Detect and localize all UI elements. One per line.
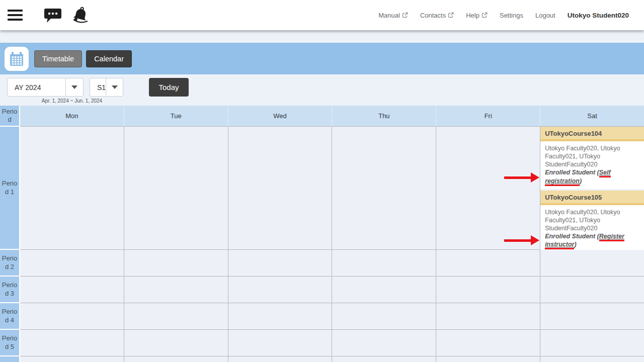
cell-tue-p6 [124,356,228,362]
chevron-down-icon [112,85,118,89]
enrollment-prefix: Enrolled Student ( [545,233,599,240]
cell-thu-p3 [332,277,436,303]
period-3-row: Period 3 [0,277,644,303]
nav-settings[interactable]: Settings [500,12,523,19]
cell-tue-p5 [124,330,228,356]
cell-tue-p2 [124,250,228,277]
academic-year-select[interactable]: AY 2024 [7,78,84,97]
period-2-label: Period 2 [0,250,20,277]
annotation-arrow-self-registration [504,172,539,183]
day-header-sat: Sat [540,106,644,127]
today-button[interactable]: Today [149,78,189,97]
nav-contacts[interactable]: Contacts [420,12,454,19]
course-instructors: Utokyo Faculty020, Utokyo Faculty021, UT… [545,209,620,232]
cell-fri-p4 [436,303,540,330]
course-title[interactable]: UTokyoCourse105 [540,191,644,205]
day-header-thu: Thu [332,106,436,127]
cell-mon-p4 [20,303,124,330]
nav-help[interactable]: Help [466,12,488,19]
course-card-utokyocourse104[interactable]: UTokyoCourse104 Utokyo Faculty020, Utoky… [540,127,644,189]
grid-header-row: Period Mon Tue Wed Thu Fri Sat [0,106,644,127]
nav-manual-label: Manual [378,12,400,19]
cell-tue-p1 [124,127,228,250]
cell-fri-p5 [436,330,540,356]
cell-thu-p1 [332,127,436,250]
day-header-mon: Mon [20,106,124,127]
calendar-app-icon [5,47,29,71]
period-4-label: Period 4 [0,303,20,330]
cell-thu-p2 [332,250,436,277]
cell-sat-p6 [540,356,644,362]
enrollment-status: Enrolled Student (Self registration) [545,169,611,186]
cell-sat-p3 [540,277,644,303]
cell-thu-p4 [332,303,436,330]
menu-icon[interactable] [8,7,23,23]
cell-wed-p6 [228,356,332,362]
header-spacer [0,30,644,43]
cell-wed-p2 [228,250,332,277]
cell-wed-p4 [228,303,332,330]
cell-fri-p3 [436,277,540,303]
cell-wed-p5 [228,330,332,356]
period-6-label [0,356,20,362]
course-title[interactable]: UTokyoCourse104 [540,127,644,141]
tab-timetable[interactable]: Timetable [34,50,82,67]
academic-year-caret[interactable] [65,78,83,96]
messages-icon[interactable] [44,7,62,23]
academic-year-value: AY 2024 [8,78,65,96]
view-toolbar: Timetable Calendar [0,43,644,74]
nav-help-label: Help [466,12,479,19]
current-user-label: Utokyo Student020 [568,12,629,19]
day-header-tue: Tue [124,106,228,127]
course-instructors: Utokyo Faculty020, Utokyo Faculty021, UT… [545,145,620,168]
nav-logout[interactable]: Logout [535,12,555,19]
cell-tue-p4 [124,303,228,330]
period-1-label: Period 1 [0,127,20,250]
top-nav: Manual Contacts Help Settings Logout Uto… [378,12,644,19]
course-card-utokyocourse105[interactable]: UTokyoCourse105 Utokyo Faculty020, Utoky… [540,191,644,253]
course-details: Utokyo Faculty020, Utokyo Faculty021, UT… [540,205,644,253]
external-link-icon [481,12,488,18]
filter-bar: AY 2024 S1 Today Apr. 1, 2024 ~ Jun. 1, … [0,74,644,106]
cell-fri-p1 [436,127,540,250]
cell-tue-p3 [124,277,228,303]
period-6-row [0,356,644,362]
cell-thu-p5 [332,330,436,356]
term-caret[interactable] [106,78,123,96]
nav-settings-label: Settings [500,12,523,19]
cell-mon-p1 [20,127,124,250]
period-5-row: Period 5 [0,330,644,356]
tab-calendar[interactable]: Calendar [86,50,132,67]
cell-sat-p4 [540,303,644,330]
enrollment-suffix: ) [574,241,576,248]
cell-sat-p2 [540,250,644,277]
annotation-arrow-register-instructor [504,235,539,245]
top-bar: Manual Contacts Help Settings Logout Uto… [0,0,644,30]
cell-mon-p2 [20,250,124,277]
nav-logout-label: Logout [535,12,555,19]
period-3-label: Period 3 [0,277,20,303]
chevron-down-icon [71,85,77,89]
external-link-icon [402,12,408,18]
cell-sat-p1: UTokyoCourse104 Utokyo Faculty020, Utoky… [540,127,644,250]
cell-mon-p5 [20,330,124,356]
term-select[interactable]: S1 [90,78,123,97]
term-date-range: Apr. 1, 2024 ~ Jun. 1, 2024 [0,98,144,104]
external-link-icon [448,12,454,18]
period-2-row: Period 2 [0,250,644,277]
cell-wed-p3 [228,277,332,303]
cell-mon-p6 [20,356,124,362]
period-4-row: Period 4 [0,303,644,330]
day-header-wed: Wed [228,106,332,127]
period-column-header: Period [0,106,20,127]
cell-mon-p3 [20,277,124,303]
enrollment-suffix: ) [580,177,582,185]
cell-thu-p6 [332,356,436,362]
enrollment-prefix: Enrolled Student ( [545,169,599,176]
cell-fri-p2 [436,250,540,277]
enrollment-status: Enrolled Student (Register instructor) [545,233,624,249]
cell-fri-p6 [436,356,540,362]
notifications-icon[interactable] [71,7,90,24]
nav-manual[interactable]: Manual [378,12,408,19]
cell-sat-p5 [540,330,644,356]
